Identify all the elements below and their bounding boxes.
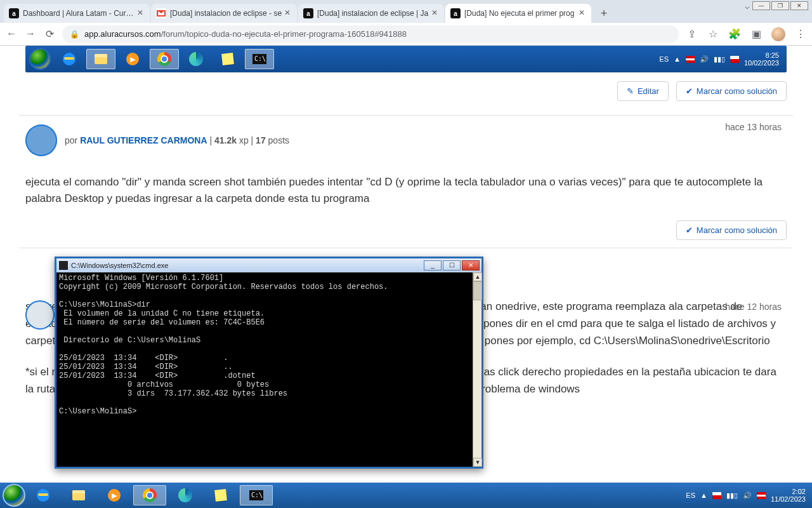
kebab-menu-icon[interactable]: ⋮ [794, 28, 807, 41]
forum-reply: hace 13 horas por RAUL GUTIERREZ CARMONA… [0, 121, 812, 211]
chrome-icon [150, 49, 179, 69]
share-icon[interactable]: ⇪ [685, 28, 698, 41]
cmd-output[interactable]: Microsoft Windows [Versión 6.1.7601] Cop… [56, 272, 471, 467]
taskbar-media-player[interactable]: ▶ [98, 485, 131, 505]
cmd-window-controls: _ ☐ ✕ [424, 260, 481, 271]
tab-title: [Duda] instalacion de eclipse | Ja [317, 9, 430, 18]
cmd-maximize-button[interactable]: ☐ [443, 260, 461, 271]
tray-language[interactable]: ES [686, 491, 695, 499]
tray-network-icon: ▮▮▯ [714, 55, 725, 64]
tabs-panel-icon[interactable]: ▣ [750, 28, 763, 41]
tray-language: ES [659, 55, 669, 63]
tray-volume-icon: 🔊 [700, 55, 709, 64]
post-body: ejecuta el comando "dir" y manda screen … [25, 174, 787, 208]
tab-close-icon[interactable]: ✕ [430, 9, 439, 18]
address-bar[interactable]: 🔒 app.aluracursos.com /forum/topico-duda… [62, 25, 679, 43]
cmd-scrollbar[interactable]: ▲ ▼ [473, 272, 481, 467]
cmd-titlebar[interactable]: C:\Windows\system32\cmd.exe _ ☐ ✕ [56, 258, 481, 272]
user-avatar[interactable] [25, 300, 55, 330]
edge-icon [181, 49, 211, 69]
tray-clock: 8:25 10/02/2023 [744, 51, 783, 67]
lock-icon: 🔒 [70, 30, 79, 39]
url-path: /forum/topico-duda-no-ejecuta-el-primer-… [161, 29, 407, 39]
extensions-icon[interactable]: 🧩 [728, 28, 741, 41]
tab-close-icon[interactable]: ✕ [283, 9, 292, 18]
mark-label: Marcar como solución [697, 225, 777, 235]
cmd-minimize-button[interactable]: _ [424, 260, 442, 271]
forward-button[interactable]: → [24, 28, 37, 41]
scroll-up-icon[interactable]: ▲ [473, 272, 482, 281]
author-link[interactable]: RAUL GUTIERREZ CARMONA [80, 135, 207, 145]
divider [19, 115, 793, 116]
check-icon: ✔ [686, 86, 693, 96]
browser-tab[interactable]: a [Duda] instalacion de eclipse | Ja ✕ [298, 4, 444, 23]
tray-date: 10/02/2023 [744, 59, 779, 67]
browser-tab[interactable]: a Dashboard | Alura Latam - Cursos ✕ [4, 4, 150, 23]
post-timestamp: hace 13 horas [725, 122, 782, 132]
post-meta: por RAUL GUTIERREZ CARMONA | 41.2k xp | … [65, 135, 289, 145]
close-button[interactable]: ✕ [790, 1, 808, 10]
cmd-app-icon [59, 261, 68, 270]
cmd-window[interactable]: C:\Windows\system32\cmd.exe _ ☐ ✕ Micros… [55, 257, 483, 469]
pencil-icon: ✎ [627, 86, 634, 96]
browser-tab-active[interactable]: a [Duda] No ejecuta el primer prog ✕ [445, 4, 591, 23]
xp-suffix: xp [237, 135, 249, 145]
taskbar-edge[interactable] [169, 485, 202, 505]
alura-favicon-icon: a [450, 8, 461, 18]
tray-up-icon[interactable]: ▲ [700, 491, 707, 499]
tab-close-icon[interactable]: ✕ [136, 9, 145, 18]
os-window-controls: — ❐ ✕ [752, 1, 808, 10]
tray-network-icon[interactable]: ▮▮▯ [726, 491, 738, 500]
tray-flag-icon[interactable] [712, 492, 721, 499]
browser-tab-strip: a Dashboard | Alura Latam - Cursos ✕ [Du… [0, 0, 812, 23]
cmd-close-button[interactable]: ✕ [462, 260, 480, 271]
maximize-button[interactable]: ❐ [771, 1, 789, 10]
post-timestamp: hace 12 horas [725, 302, 782, 312]
posts-suffix: posts [266, 135, 289, 145]
alura-favicon-icon: a [9, 8, 19, 18]
edit-button[interactable]: ✎ Editar [617, 81, 669, 101]
start-button[interactable] [3, 484, 25, 507]
back-button[interactable]: ← [5, 28, 18, 41]
tray-date: 11/02/2023 [771, 495, 806, 503]
embedded-taskbar-image: ▶ C:\ ES ▲ 🔊 ▮▮▯ 8:25 10/02/2023 [25, 46, 787, 72]
tray-action-center-icon[interactable] [757, 492, 766, 499]
url-host: app.aluracursos.com [84, 29, 161, 39]
by-label: por [65, 135, 80, 145]
taskbar-sticky-notes[interactable] [204, 485, 237, 505]
windows-taskbar: ▶ C:\ ES ▲ ▮▮▯ 🔊 2:02 11/02/2023 [0, 483, 812, 508]
tray-time: 2:02 [771, 488, 806, 495]
edit-label: Editar [638, 86, 659, 96]
ie-icon [55, 49, 84, 69]
taskbar-explorer[interactable] [62, 485, 95, 505]
chrome-window-dropdown-icon[interactable]: ⌵ [745, 1, 750, 11]
mark-label: Marcar como solución [697, 86, 777, 96]
tab-close-icon[interactable]: ✕ [577, 9, 586, 18]
alura-favicon-icon: a [303, 8, 313, 18]
author-xp: 41.2k [214, 135, 237, 145]
mark-solution-button[interactable]: ✔ Marcar como solución [676, 220, 787, 240]
taskbar-chrome[interactable] [133, 485, 166, 505]
reload-button[interactable]: ⟳ [43, 28, 56, 41]
bookmark-star-icon[interactable]: ☆ [707, 28, 719, 41]
user-avatar[interactable] [25, 124, 57, 156]
minimize-button[interactable]: — [752, 1, 770, 10]
embed-system-tray: ES ▲ 🔊 ▮▮▯ 8:25 10/02/2023 [659, 51, 783, 67]
tab-title: Dashboard | Alura Latam - Cursos [23, 9, 136, 18]
scroll-thumb[interactable] [473, 281, 482, 300]
tray-clock[interactable]: 2:02 11/02/2023 [771, 488, 809, 503]
explorer-icon [86, 49, 115, 69]
toolbar-actions: ⇪ ☆ 🧩 ▣ ⋮ [685, 27, 807, 41]
new-tab-button[interactable]: + [595, 5, 613, 23]
check-icon: ✔ [686, 225, 693, 235]
tab-title: [Duda] No ejecuta el primer prog [464, 9, 577, 18]
taskbar-cmd[interactable]: C:\ [240, 485, 273, 505]
scroll-down-icon[interactable]: ▼ [473, 458, 482, 467]
browser-tab[interactable]: [Duda] instalacion de eclipse - se ✕ [151, 4, 297, 23]
profile-avatar[interactable] [771, 27, 785, 41]
mark-solution-button[interactable]: ✔ Marcar como solución [676, 81, 787, 101]
tab-title: [Duda] instalacion de eclipse - se [170, 9, 283, 18]
post-action-row: ✎ Editar ✔ Marcar como solución [0, 72, 812, 110]
tray-volume-icon[interactable]: 🔊 [743, 491, 752, 500]
taskbar-ie[interactable] [27, 485, 60, 505]
